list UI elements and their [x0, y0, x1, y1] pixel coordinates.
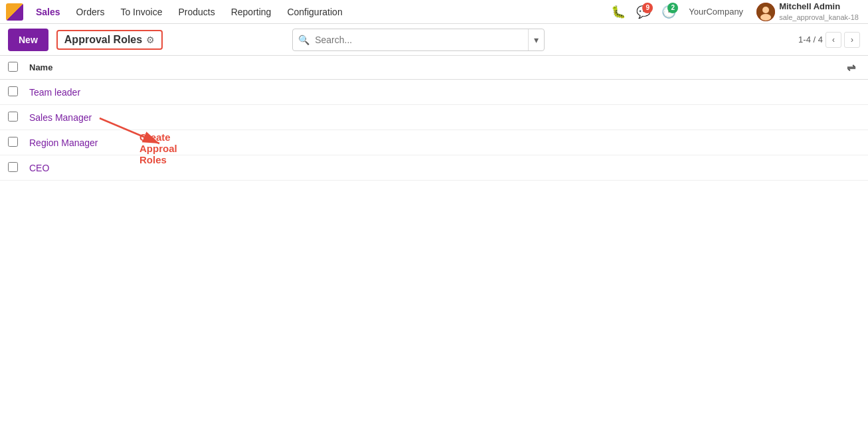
pagination-next-button[interactable]: ›	[844, 32, 860, 48]
nav-item-orders[interactable]: Orders	[70, 0, 112, 24]
row-checkbox-1[interactable]	[8, 86, 29, 98]
pagination-text: 1-4 / 4	[798, 35, 823, 44]
search-input[interactable]	[315, 35, 528, 45]
search-bar[interactable]: 🔍 ▾	[292, 29, 545, 51]
select-all-checkbox[interactable]	[8, 62, 18, 72]
table-row[interactable]: CEO	[0, 155, 868, 181]
new-button[interactable]: New	[8, 29, 48, 51]
svg-point-1	[762, 7, 769, 13]
bug-icon: 🐛	[611, 5, 626, 19]
gear-icon[interactable]: ⚙	[146, 35, 155, 45]
row-checkbox-3[interactable]	[8, 137, 29, 149]
app-logo[interactable]	[5, 3, 24, 21]
header-checkbox-col[interactable]	[8, 62, 29, 74]
nav-item-reporting[interactable]: Reporting	[224, 0, 278, 24]
row-name-4[interactable]: CEO	[29, 163, 860, 173]
row-checkbox-4[interactable]	[8, 162, 29, 174]
nav-item-products[interactable]: Products	[171, 0, 221, 24]
main-content: Create Approal Roles Name ⇌ Team leader …	[0, 56, 868, 181]
nav-item-to-invoice[interactable]: To Invoice	[114, 0, 169, 24]
page-title-area: Approval Roles ⚙	[56, 30, 163, 50]
search-dropdown-button[interactable]: ▾	[528, 29, 544, 50]
nav-item-configuration[interactable]: Configuration	[280, 0, 349, 24]
user-name: Mitchell Admin	[779, 1, 859, 13]
table-row[interactable]: Team leader	[0, 80, 868, 105]
chat-icon-button[interactable]: 💬 9	[633, 1, 654, 23]
company-selector[interactable]: YourCompany	[683, 7, 748, 17]
row-name-2[interactable]: Sales Manager	[29, 112, 860, 123]
toolbar: New Approval Roles ⚙ 🔍 ▾ 1-4 / 4 ‹ ›	[0, 24, 868, 56]
header-name-col: Name	[29, 62, 841, 72]
activity-icon-button[interactable]: 🕐 2	[658, 1, 679, 23]
table-row[interactable]: Sales Manager	[0, 105, 868, 130]
user-menu[interactable]: Mitchell Admin sale_approval_kanak-18	[752, 1, 863, 22]
pagination: 1-4 / 4 ‹ ›	[798, 32, 860, 48]
top-navigation: Sales Orders To Invoice Products Reporti…	[0, 0, 868, 24]
nav-item-sales[interactable]: Sales	[29, 0, 67, 24]
bug-icon-button[interactable]: 🐛	[608, 1, 629, 23]
row-checkbox-2[interactable]	[8, 112, 29, 124]
svg-point-2	[760, 14, 771, 21]
search-icon: 🔍	[293, 35, 315, 45]
table-header: Name ⇌	[0, 56, 868, 80]
row-name-1[interactable]: Team leader	[29, 87, 860, 98]
pagination-prev-button[interactable]: ‹	[825, 32, 841, 48]
avatar	[756, 3, 775, 21]
table-row[interactable]: Region Manager	[0, 130, 868, 155]
page-title: Approval Roles	[64, 34, 142, 46]
row-name-3[interactable]: Region Manager	[29, 137, 860, 148]
chat-badge: 9	[642, 3, 653, 13]
filter-icon[interactable]: ⇌	[841, 61, 860, 74]
user-sub: sale_approval_kanak-18	[779, 13, 859, 22]
activity-badge: 2	[667, 3, 678, 13]
